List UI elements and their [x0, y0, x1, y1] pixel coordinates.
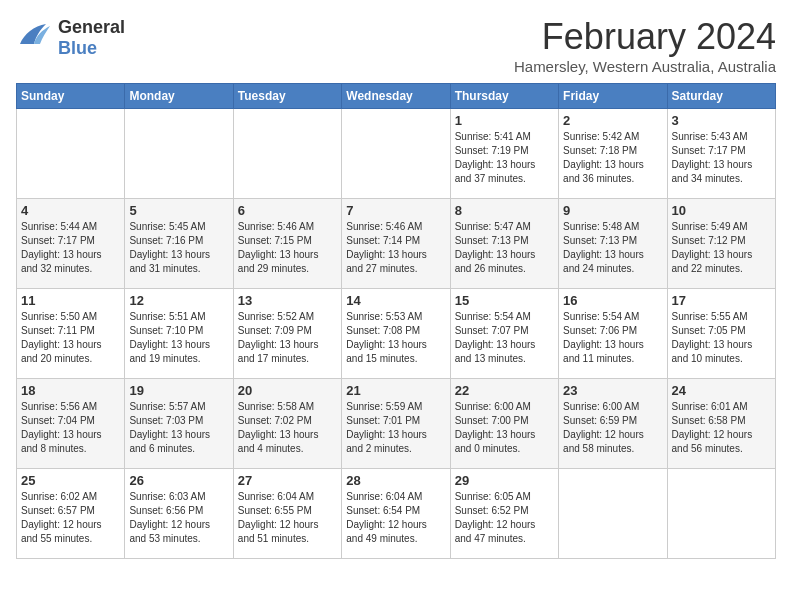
weekday-header-saturday: Saturday [667, 84, 775, 109]
day-number: 9 [563, 203, 662, 218]
calendar-cell [233, 109, 341, 199]
day-info: Sunrise: 6:03 AM Sunset: 6:56 PM Dayligh… [129, 490, 228, 546]
calendar-cell: 9Sunrise: 5:48 AM Sunset: 7:13 PM Daylig… [559, 199, 667, 289]
calendar-cell: 5Sunrise: 5:45 AM Sunset: 7:16 PM Daylig… [125, 199, 233, 289]
day-info: Sunrise: 5:54 AM Sunset: 7:06 PM Dayligh… [563, 310, 662, 366]
day-info: Sunrise: 6:00 AM Sunset: 7:00 PM Dayligh… [455, 400, 554, 456]
calendar-table: SundayMondayTuesdayWednesdayThursdayFrid… [16, 83, 776, 559]
calendar-cell: 7Sunrise: 5:46 AM Sunset: 7:14 PM Daylig… [342, 199, 450, 289]
day-number: 17 [672, 293, 771, 308]
calendar-cell: 16Sunrise: 5:54 AM Sunset: 7:06 PM Dayli… [559, 289, 667, 379]
day-info: Sunrise: 5:55 AM Sunset: 7:05 PM Dayligh… [672, 310, 771, 366]
calendar-cell: 14Sunrise: 5:53 AM Sunset: 7:08 PM Dayli… [342, 289, 450, 379]
calendar-cell: 17Sunrise: 5:55 AM Sunset: 7:05 PM Dayli… [667, 289, 775, 379]
day-number: 14 [346, 293, 445, 308]
calendar-cell [667, 469, 775, 559]
day-number: 3 [672, 113, 771, 128]
calendar-cell: 3Sunrise: 5:43 AM Sunset: 7:17 PM Daylig… [667, 109, 775, 199]
calendar-cell: 24Sunrise: 6:01 AM Sunset: 6:58 PM Dayli… [667, 379, 775, 469]
day-info: Sunrise: 6:02 AM Sunset: 6:57 PM Dayligh… [21, 490, 120, 546]
day-info: Sunrise: 5:49 AM Sunset: 7:12 PM Dayligh… [672, 220, 771, 276]
day-info: Sunrise: 5:51 AM Sunset: 7:10 PM Dayligh… [129, 310, 228, 366]
day-info: Sunrise: 5:48 AM Sunset: 7:13 PM Dayligh… [563, 220, 662, 276]
day-info: Sunrise: 5:46 AM Sunset: 7:15 PM Dayligh… [238, 220, 337, 276]
calendar-cell: 11Sunrise: 5:50 AM Sunset: 7:11 PM Dayli… [17, 289, 125, 379]
day-number: 8 [455, 203, 554, 218]
day-info: Sunrise: 6:04 AM Sunset: 6:55 PM Dayligh… [238, 490, 337, 546]
day-number: 24 [672, 383, 771, 398]
calendar-cell: 2Sunrise: 5:42 AM Sunset: 7:18 PM Daylig… [559, 109, 667, 199]
calendar-cell: 28Sunrise: 6:04 AM Sunset: 6:54 PM Dayli… [342, 469, 450, 559]
day-number: 20 [238, 383, 337, 398]
day-number: 13 [238, 293, 337, 308]
calendar-cell: 20Sunrise: 5:58 AM Sunset: 7:02 PM Dayli… [233, 379, 341, 469]
day-info: Sunrise: 5:42 AM Sunset: 7:18 PM Dayligh… [563, 130, 662, 186]
day-number: 6 [238, 203, 337, 218]
calendar-cell: 26Sunrise: 6:03 AM Sunset: 6:56 PM Dayli… [125, 469, 233, 559]
day-number: 28 [346, 473, 445, 488]
day-number: 4 [21, 203, 120, 218]
day-number: 5 [129, 203, 228, 218]
day-number: 19 [129, 383, 228, 398]
calendar-cell: 21Sunrise: 5:59 AM Sunset: 7:01 PM Dayli… [342, 379, 450, 469]
day-number: 1 [455, 113, 554, 128]
day-number: 26 [129, 473, 228, 488]
logo-blue: Blue [58, 38, 97, 59]
day-info: Sunrise: 5:43 AM Sunset: 7:17 PM Dayligh… [672, 130, 771, 186]
logo: General Blue [16, 16, 125, 59]
calendar-cell [17, 109, 125, 199]
day-number: 27 [238, 473, 337, 488]
calendar-cell: 4Sunrise: 5:44 AM Sunset: 7:17 PM Daylig… [17, 199, 125, 289]
day-info: Sunrise: 5:58 AM Sunset: 7:02 PM Dayligh… [238, 400, 337, 456]
day-info: Sunrise: 6:01 AM Sunset: 6:58 PM Dayligh… [672, 400, 771, 456]
day-number: 15 [455, 293, 554, 308]
calendar-cell: 10Sunrise: 5:49 AM Sunset: 7:12 PM Dayli… [667, 199, 775, 289]
day-number: 7 [346, 203, 445, 218]
day-info: Sunrise: 5:54 AM Sunset: 7:07 PM Dayligh… [455, 310, 554, 366]
calendar-cell: 13Sunrise: 5:52 AM Sunset: 7:09 PM Dayli… [233, 289, 341, 379]
day-number: 11 [21, 293, 120, 308]
calendar-cell [125, 109, 233, 199]
day-number: 22 [455, 383, 554, 398]
day-info: Sunrise: 5:53 AM Sunset: 7:08 PM Dayligh… [346, 310, 445, 366]
location-title: Hamersley, Western Australia, Australia [514, 58, 776, 75]
calendar-cell: 23Sunrise: 6:00 AM Sunset: 6:59 PM Dayli… [559, 379, 667, 469]
page-header: General Blue February 2024 Hamersley, We… [16, 16, 776, 75]
day-number: 23 [563, 383, 662, 398]
day-info: Sunrise: 5:52 AM Sunset: 7:09 PM Dayligh… [238, 310, 337, 366]
weekday-header-sunday: Sunday [17, 84, 125, 109]
day-info: Sunrise: 5:57 AM Sunset: 7:03 PM Dayligh… [129, 400, 228, 456]
day-number: 16 [563, 293, 662, 308]
day-info: Sunrise: 5:50 AM Sunset: 7:11 PM Dayligh… [21, 310, 120, 366]
calendar-cell: 12Sunrise: 5:51 AM Sunset: 7:10 PM Dayli… [125, 289, 233, 379]
weekday-header-wednesday: Wednesday [342, 84, 450, 109]
day-number: 18 [21, 383, 120, 398]
calendar-cell: 29Sunrise: 6:05 AM Sunset: 6:52 PM Dayli… [450, 469, 558, 559]
day-number: 2 [563, 113, 662, 128]
calendar-cell: 1Sunrise: 5:41 AM Sunset: 7:19 PM Daylig… [450, 109, 558, 199]
day-info: Sunrise: 5:45 AM Sunset: 7:16 PM Dayligh… [129, 220, 228, 276]
day-number: 21 [346, 383, 445, 398]
weekday-header-monday: Monday [125, 84, 233, 109]
logo-icon [16, 16, 52, 59]
logo-general: General [58, 17, 125, 38]
day-info: Sunrise: 5:59 AM Sunset: 7:01 PM Dayligh… [346, 400, 445, 456]
weekday-header-tuesday: Tuesday [233, 84, 341, 109]
calendar-cell: 8Sunrise: 5:47 AM Sunset: 7:13 PM Daylig… [450, 199, 558, 289]
day-info: Sunrise: 6:00 AM Sunset: 6:59 PM Dayligh… [563, 400, 662, 456]
calendar-cell: 22Sunrise: 6:00 AM Sunset: 7:00 PM Dayli… [450, 379, 558, 469]
weekday-header-thursday: Thursday [450, 84, 558, 109]
calendar-cell [559, 469, 667, 559]
weekday-header-friday: Friday [559, 84, 667, 109]
calendar-cell: 19Sunrise: 5:57 AM Sunset: 7:03 PM Dayli… [125, 379, 233, 469]
calendar-cell: 27Sunrise: 6:04 AM Sunset: 6:55 PM Dayli… [233, 469, 341, 559]
day-info: Sunrise: 6:05 AM Sunset: 6:52 PM Dayligh… [455, 490, 554, 546]
calendar-cell: 6Sunrise: 5:46 AM Sunset: 7:15 PM Daylig… [233, 199, 341, 289]
month-title: February 2024 [514, 16, 776, 58]
day-info: Sunrise: 5:56 AM Sunset: 7:04 PM Dayligh… [21, 400, 120, 456]
calendar-cell: 25Sunrise: 6:02 AM Sunset: 6:57 PM Dayli… [17, 469, 125, 559]
day-number: 25 [21, 473, 120, 488]
day-number: 10 [672, 203, 771, 218]
day-number: 29 [455, 473, 554, 488]
title-block: February 2024 Hamersley, Western Austral… [514, 16, 776, 75]
